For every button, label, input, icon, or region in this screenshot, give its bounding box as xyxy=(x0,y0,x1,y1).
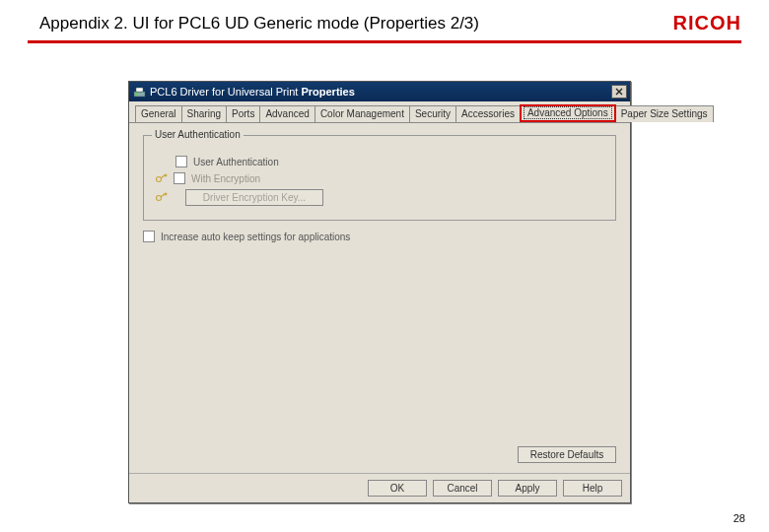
tab-security[interactable]: Security xyxy=(409,105,456,122)
tab-ports[interactable]: Ports xyxy=(226,105,260,122)
tab-advanced[interactable]: Advanced xyxy=(259,105,315,122)
slide-title: Appendix 2. UI for PCL6 UD Generic mode … xyxy=(39,14,479,33)
tab-color-management[interactable]: Color Management xyxy=(315,105,410,122)
titlebar: PCL6 Driver for Universal Print Properti… xyxy=(129,82,630,101)
titlebar-text: PCL6 Driver for Universal Print Properti… xyxy=(150,86,611,98)
tab-paper-size-settings[interactable]: Paper Size Settings xyxy=(615,105,714,122)
tab-accessories[interactable]: Accessories xyxy=(455,105,521,122)
apply-button[interactable]: Apply xyxy=(498,480,557,497)
svg-point-4 xyxy=(156,196,161,201)
user-auth-checkbox[interactable] xyxy=(175,156,187,167)
tab-pane: User Authentication User Authentication … xyxy=(129,123,630,473)
key-icon xyxy=(154,191,168,205)
restore-defaults-button[interactable]: Restore Defaults xyxy=(518,446,616,463)
user-auth-group-title: User Authentication xyxy=(152,129,244,140)
tab-general[interactable]: General xyxy=(135,105,182,122)
with-encryption-checkbox xyxy=(174,172,185,184)
ok-button[interactable]: OK xyxy=(368,480,427,497)
increase-auto-keep-label: Increase auto keep settings for applicat… xyxy=(161,232,350,242)
header-rule xyxy=(28,40,741,43)
tab-advanced-options[interactable]: Advanced Options xyxy=(520,104,616,122)
printer-icon xyxy=(132,85,146,99)
dialog-footer: OK Cancel Apply Help xyxy=(129,473,630,502)
user-auth-group: User Authentication User Authentication … xyxy=(143,135,616,221)
page-number: 28 xyxy=(734,512,745,524)
with-encryption-label: With Encryption xyxy=(191,173,260,184)
svg-rect-1 xyxy=(136,88,143,92)
svg-point-2 xyxy=(135,93,138,96)
titlebar-bold: Properties xyxy=(301,86,354,98)
brand-logo: RICOH xyxy=(673,12,741,34)
tab-sharing[interactable]: Sharing xyxy=(181,105,227,122)
user-auth-label: User Authentication xyxy=(193,157,279,167)
key-icon xyxy=(154,171,168,185)
properties-dialog: PCL6 Driver for Universal Print Properti… xyxy=(128,81,631,503)
tab-advanced-options-label: Advanced Options xyxy=(524,106,612,119)
cancel-button[interactable]: Cancel xyxy=(433,480,492,497)
tabstrip: General Sharing Ports Advanced Color Man… xyxy=(129,101,630,123)
help-button[interactable]: Help xyxy=(563,480,622,497)
driver-encryption-key-button: Driver Encryption Key... xyxy=(185,189,323,206)
close-icon[interactable] xyxy=(611,85,627,99)
svg-point-3 xyxy=(156,176,161,181)
titlebar-prefix: PCL6 Driver for Universal Print xyxy=(150,86,301,98)
increase-auto-keep-checkbox[interactable] xyxy=(143,231,155,242)
